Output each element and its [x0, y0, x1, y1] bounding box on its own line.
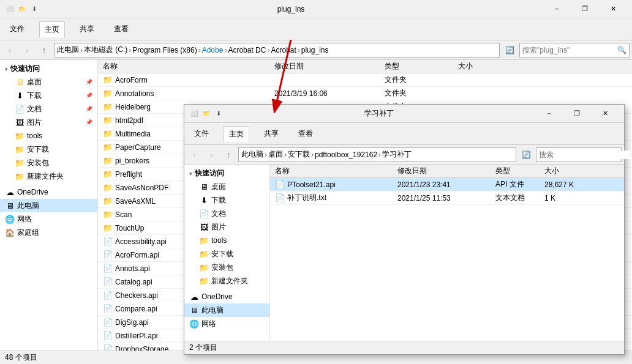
sidebar-item-desktop[interactable]: 🖥 桌面 📌	[0, 75, 97, 89]
overlay-sidebar-downloads[interactable]: ⬇ 下载	[184, 193, 269, 207]
up-button[interactable]: ↑	[37, 43, 51, 58]
col-name[interactable]: 名称	[100, 61, 272, 72]
overlay-sidebar-desktop[interactable]: 🖥 桌面	[184, 180, 269, 193]
folder-icon: 📁	[103, 89, 113, 98]
overlay-back-button[interactable]: ‹	[187, 147, 201, 162]
sidebar-item-anzhuangbao[interactable]: 📁 安装包	[0, 156, 97, 169]
window-icon3: ⬇	[29, 4, 39, 14]
overlay-minimize-button[interactable]: －	[535, 105, 563, 123]
overlay-desktop-label: 桌面	[211, 182, 226, 192]
overlay-network-icon: 🌐	[189, 319, 199, 329]
col-type[interactable]: 类型	[382, 61, 456, 72]
ribbon-tab-view[interactable]: 查看	[109, 21, 134, 37]
overlay-window-controls: － ❐ ✕	[535, 105, 619, 123]
search-icon[interactable]: 🔍	[617, 46, 626, 54]
title-bar-icons: ⬜ 📁 ⬇	[5, 4, 39, 14]
api-icon: 📄	[103, 264, 113, 273]
sidebar-item-onedrive[interactable]: ☁ OneDrive	[0, 185, 97, 199]
overlay-col-size[interactable]: 大小	[542, 166, 591, 176]
sidebar-item-newfolder[interactable]: 📁 新建文件夹	[0, 169, 97, 183]
maximize-button[interactable]: ❐	[571, 0, 599, 18]
sidebar-onedrive-label: OneDrive	[17, 188, 48, 196]
overlay-up-button[interactable]: ↑	[221, 147, 236, 162]
ribbon-tab-share[interactable]: 共享	[75, 21, 99, 37]
table-row[interactable]: 📁Annotations 2021/3/19 16:06 文件夹	[98, 87, 632, 100]
overlay-tab-share[interactable]: 共享	[259, 126, 284, 141]
col-date[interactable]: 修改日期	[272, 61, 382, 72]
minimize-button[interactable]: －	[543, 0, 571, 18]
overlay-quick-access[interactable]: ▾ 快速访问	[184, 167, 269, 180]
addr-part-0: 此电脑	[57, 45, 79, 55]
sidebar-item-homegroup[interactable]: 🏠 家庭组	[0, 226, 97, 239]
sidebar-documents-label: 文档	[27, 104, 42, 114]
overlay-chevron: ▾	[189, 171, 192, 177]
overlay-refresh-button[interactable]: 🔄	[519, 147, 533, 162]
overlay-col-name[interactable]: 名称	[273, 166, 395, 176]
search-input[interactable]	[522, 46, 616, 54]
col-size[interactable]: 大小	[456, 61, 505, 72]
overlay-sidebar-docs[interactable]: 📄 文档	[184, 207, 269, 220]
sidebar-item-downloads[interactable]: ⬇ 下载 📌	[0, 89, 97, 102]
overlay-ribbon: 文件 主页 共享 查看	[184, 123, 624, 145]
sidebar-item-thispc[interactable]: 🖥 此电脑	[0, 199, 97, 212]
overlay-search-box[interactable]: 🔍	[536, 147, 622, 162]
window-icon: ⬜	[5, 4, 15, 14]
api-icon: 📄	[103, 318, 113, 327]
overlay-sidebar-newfolder[interactable]: 📁 新建文件夹	[184, 274, 269, 288]
overlay-anxiazai-label: 安下载	[211, 249, 233, 259]
sidebar-item-anxiazai[interactable]: 📁 安下载	[0, 143, 97, 156]
refresh-button[interactable]: 🔄	[502, 43, 517, 58]
address-bar[interactable]: 此电脑 › 本地磁盘 (C:) › Program Files (x86) › …	[54, 43, 500, 58]
sidebar-item-tools[interactable]: 📁 tools	[0, 129, 97, 143]
thispc-icon: 🖥	[5, 201, 15, 210]
sidebar-newfolder-label: 新建文件夹	[27, 171, 64, 182]
overlay-table-row[interactable]: 📄 PToolset21.api 2021/1/23 23:41 API 文件 …	[270, 178, 624, 191]
overlay-tab-file[interactable]: 文件	[189, 126, 214, 141]
addr-part-4: Acrobat DC	[228, 46, 266, 54]
sidebar-downloads-label: 下载	[27, 91, 42, 101]
overlay-col-date[interactable]: 修改日期	[395, 166, 493, 176]
forward-button[interactable]: ›	[20, 43, 34, 58]
quick-access-header[interactable]: ▾ 快速访问	[0, 62, 97, 75]
addr-part-6: plug_ins	[301, 46, 329, 54]
overlay-thispc-icon: 🖥	[189, 306, 199, 315]
overlay-tab-home[interactable]: 主页	[224, 126, 249, 142]
overlay-sidebar-tools[interactable]: 📁 tools	[184, 234, 269, 247]
overlay-txt-icon-1: 📄	[275, 193, 285, 202]
ribbon-tab-home[interactable]: 主页	[39, 21, 65, 37]
overlay-file-name-1: 📄 补丁说明.txt	[273, 193, 395, 203]
search-box[interactable]: 🔍	[519, 43, 630, 58]
overlay-col-type[interactable]: 类型	[493, 166, 542, 176]
sidebar-item-network[interactable]: 🌐 网络	[0, 212, 97, 226]
overlay-search-input[interactable]	[539, 150, 631, 159]
overlay-table-row[interactable]: 📄 补丁说明.txt 2021/1/25 11:53 文本文档 1 K	[270, 191, 624, 205]
overlay-address-bar[interactable]: 此电脑 › 桌面 › 安下载 › pdftoolbox_192162 › 学习补…	[238, 147, 516, 162]
overlay-window: ⬜ 📁 ⬇ 学习补丁 － ❐ ✕ 文件 主页 共享 查看 ‹ › ↑ 此电脑	[184, 104, 625, 355]
overlay-sidebar-thispc[interactable]: 🖥 此电脑	[184, 303, 269, 317]
sidebar-item-documents[interactable]: 📄 文档 📌	[0, 102, 97, 116]
overlay-tab-view[interactable]: 查看	[293, 126, 318, 141]
overlay-thispc-label: 此电脑	[201, 305, 224, 316]
ribbon: 文件 主页 共享 查看	[0, 18, 632, 40]
overlay-sidebar-anxiazai[interactable]: 📁 安下载	[184, 247, 269, 261]
overlay-sidebar-pics[interactable]: 🖼 图片	[184, 220, 269, 234]
overlay-sidebar-anzhuang[interactable]: 📁 安装包	[184, 261, 269, 274]
quick-access-label: 快速访问	[10, 64, 40, 74]
table-row[interactable]: 📁AcroForm 文件夹	[98, 73, 632, 87]
api-icon: 📄	[103, 291, 113, 300]
overlay-maximize-button[interactable]: ❐	[563, 105, 591, 123]
folder-icon: 📁	[103, 183, 113, 192]
close-button[interactable]: ✕	[599, 0, 627, 18]
overlay-newfolder-label: 新建文件夹	[211, 276, 248, 286]
overlay-sidebar-network[interactable]: 🌐 网络	[184, 317, 269, 330]
overlay-network-label: 网络	[201, 319, 216, 329]
overlay-dl-label: 下载	[211, 195, 226, 206]
sidebar-item-pictures[interactable]: 🖼 图片 📌	[0, 116, 97, 129]
ribbon-tab-file[interactable]: 文件	[5, 21, 29, 37]
overlay-doc-icon: 📄	[199, 209, 209, 218]
back-button[interactable]: ‹	[2, 43, 17, 58]
overlay-close-button[interactable]: ✕	[591, 105, 619, 123]
file-name-cell: 📁AcroForm	[100, 75, 272, 84]
overlay-forward-button[interactable]: ›	[204, 147, 219, 162]
overlay-sidebar-onedrive[interactable]: ☁ OneDrive	[184, 290, 269, 303]
